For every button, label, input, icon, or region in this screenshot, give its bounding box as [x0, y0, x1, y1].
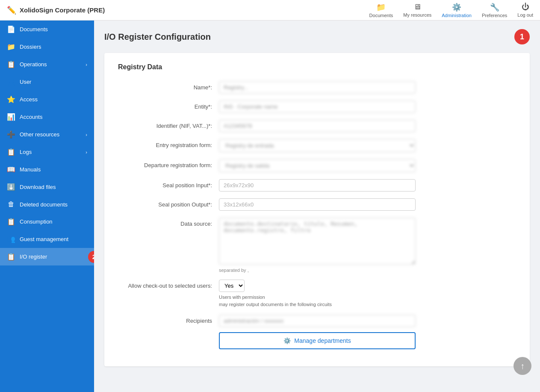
form-row-data-source: Data source: documento.destinatario, tít… — [118, 218, 516, 273]
nav-my-resources[interactable]: 🖥 My resources — [403, 3, 431, 18]
seal-output-control — [219, 198, 416, 211]
entry-reg-select[interactable]: Registry de entrada — [219, 139, 416, 152]
sidebar-item-label: Manuals — [20, 166, 87, 173]
sidebar-item-label: I/O register — [20, 253, 87, 260]
departure-reg-label: Departure registration form: — [118, 159, 212, 168]
departure-reg-select[interactable]: Registry de salida — [219, 159, 416, 172]
sidebar-item-access[interactable]: ⭐ Access — [0, 91, 94, 108]
sidebar-item-label: Logs — [20, 149, 81, 155]
documents-sidebar-icon: 📄 — [7, 25, 15, 33]
download-sidebar-icon: ⬇️ — [7, 183, 15, 191]
preferences-icon: 🔧 — [490, 3, 499, 12]
form-row-departure-reg: Departure registration form: Registry de… — [118, 159, 516, 172]
form-row-entity: Entity*: — [118, 100, 516, 113]
access-sidebar-icon: ⭐ — [7, 95, 15, 103]
sidebar-item-io-register[interactable]: 📋 I/O register 2 — [0, 248, 94, 265]
data-source-textarea[interactable]: documento.destinatario, título, Resumen,… — [219, 218, 416, 265]
identifier-label: Identifier (NIF, VAT...)*: — [118, 120, 212, 129]
nav-administration[interactable]: ⚙️ Administration — [442, 3, 472, 18]
user-sidebar-icon: 👤 — [7, 78, 15, 86]
other-resources-sidebar-icon: ➕ — [7, 130, 15, 139]
entry-reg-label: Entry registration form: — [118, 139, 212, 148]
page-title: I/O Register Configuration — [104, 32, 211, 42]
entity-control — [219, 100, 416, 113]
logout-icon: ⏻ — [522, 3, 529, 12]
identifier-control — [219, 120, 416, 132]
form-row-name: Name*: — [118, 81, 516, 94]
main-layout: 📄 Documents 📁 Dossiers 📋 Operations › 👤 … — [0, 21, 540, 392]
manage-departments-label: Manage departments — [294, 337, 351, 344]
name-control — [219, 81, 416, 94]
page-header: I/O Register Configuration 1 — [104, 29, 530, 44]
sidebar-item-download-files[interactable]: ⬇️ Download files — [0, 178, 94, 196]
sidebar-item-label: Accounts — [20, 114, 87, 120]
gear-icon: ⚙️ — [283, 337, 291, 344]
chevron-right-icon: › — [86, 150, 87, 155]
manage-departments-button[interactable]: ⚙️ Manage departments — [219, 332, 416, 349]
checkout-hint-line1: Users with permission — [219, 294, 416, 301]
scroll-top-button[interactable]: ↑ — [513, 357, 531, 375]
brand: ✏️ XolidoSign Corporate (PRE) — [7, 6, 105, 15]
nav-documents-label: Documents — [369, 13, 393, 18]
consumption-sidebar-icon: 📋 — [7, 218, 15, 226]
sidebar-item-logs[interactable]: 📋 Logs › — [0, 143, 94, 161]
my-resources-icon: 🖥 — [413, 3, 421, 12]
guest-sidebar-icon: 👥 — [7, 235, 15, 243]
sidebar-item-label: Operations — [20, 61, 81, 68]
sidebar: 📄 Documents 📁 Dossiers 📋 Operations › 👤 … — [0, 21, 94, 392]
sidebar-item-label: User — [20, 79, 87, 85]
checkout-select[interactable]: Yes No — [219, 280, 245, 292]
form-row-entry-reg: Entry registration form: Registry de ent… — [118, 139, 516, 152]
recipients-control: ⚙️ Manage departments — [219, 315, 416, 349]
form-row-recipients: Recipients ⚙️ Manage departments — [118, 315, 516, 349]
sidebar-item-dossiers[interactable]: 📁 Dossiers — [0, 38, 94, 56]
manuals-sidebar-icon: 📖 — [7, 165, 15, 174]
sidebar-item-accounts[interactable]: 📊 Accounts — [0, 108, 94, 126]
nav-documents[interactable]: 📁 Documents — [369, 3, 393, 18]
name-label: Name*: — [118, 81, 212, 91]
sidebar-item-guest-management[interactable]: 👥 Guest management — [0, 230, 94, 248]
sidebar-item-label: Consumption — [20, 218, 87, 225]
nav-preferences-label: Preferences — [482, 13, 507, 18]
documents-icon: 📁 — [376, 3, 386, 12]
sidebar-step-badge-2: 2 — [88, 251, 94, 263]
logs-sidebar-icon: 📋 — [7, 148, 15, 156]
form-row-checkout: Allow check-out to selected users: Yes N… — [118, 280, 516, 308]
data-source-control: documento.destinatario, título, Resumen,… — [219, 218, 416, 273]
sidebar-item-other-resources[interactable]: ➕ Other resources › — [0, 126, 94, 143]
sidebar-item-documents[interactable]: 📄 Documents — [0, 21, 94, 38]
checkout-hint-line2: may register output documents in the fol… — [219, 301, 416, 308]
sidebar-item-user[interactable]: 👤 User — [0, 73, 94, 91]
brand-title: XolidoSign Corporate (PRE) — [20, 6, 105, 14]
dossiers-sidebar-icon: 📁 — [7, 43, 15, 51]
sidebar-item-deleted-documents[interactable]: 🗑 Deleted documents — [0, 196, 94, 213]
nav-preferences[interactable]: 🔧 Preferences — [482, 3, 507, 18]
sidebar-item-manuals[interactable]: 📖 Manuals — [0, 161, 94, 178]
name-input[interactable] — [219, 81, 416, 94]
registry-data-card: Registry Data Name*: Entity*: Identifier… — [104, 53, 530, 366]
chevron-right-icon: › — [86, 132, 87, 137]
brand-icon: ✏️ — [7, 6, 16, 15]
seal-output-field[interactable] — [219, 198, 416, 211]
sidebar-item-label: Download files — [20, 184, 87, 190]
data-source-hint: separated by , — [219, 268, 416, 273]
sidebar-item-consumption[interactable]: 📋 Consumption — [0, 213, 94, 230]
top-nav: ✏️ XolidoSign Corporate (PRE) 📁 Document… — [0, 0, 540, 21]
entity-input[interactable] — [219, 100, 416, 113]
entity-label: Entity*: — [118, 100, 212, 110]
operations-sidebar-icon: 📋 — [7, 60, 15, 68]
identifier-input[interactable] — [219, 120, 416, 132]
nav-logout-label: Log out — [517, 12, 533, 18]
seal-input-label: Seal position Input*: — [118, 179, 212, 189]
sidebar-item-operations[interactable]: 📋 Operations › — [0, 56, 94, 73]
nav-logout[interactable]: ⏻ Log out — [517, 3, 533, 18]
seal-input-field[interactable] — [219, 179, 416, 192]
departure-reg-control: Registry de salida — [219, 159, 416, 172]
page-step-badge-1: 1 — [514, 29, 530, 44]
content-area: I/O Register Configuration 1 Registry Da… — [94, 21, 540, 392]
recipients-input[interactable] — [219, 315, 416, 327]
nav-my-resources-label: My resources — [403, 12, 431, 18]
sidebar-item-label: Guest management — [20, 236, 87, 242]
card-title: Registry Data — [118, 63, 516, 71]
io-register-sidebar-icon: 📋 — [7, 253, 15, 261]
